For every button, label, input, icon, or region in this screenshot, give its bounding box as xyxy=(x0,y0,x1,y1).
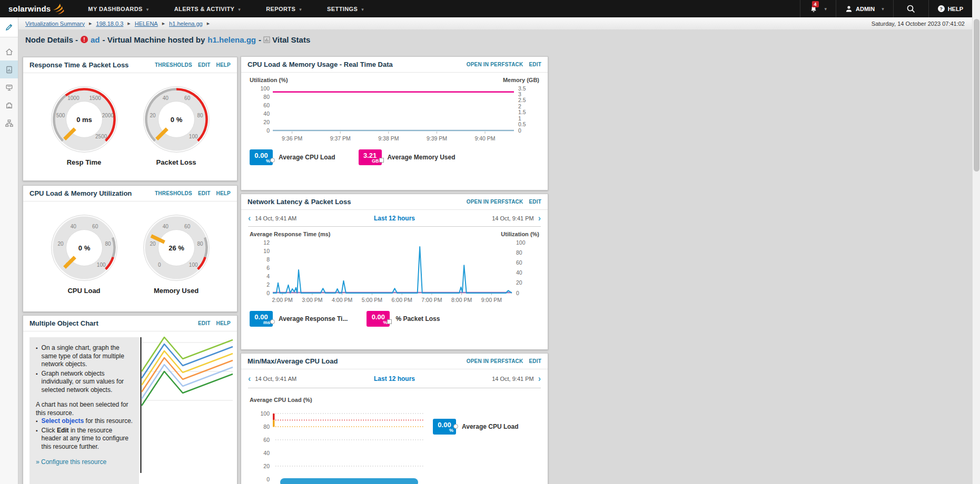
svg-text:3: 3 xyxy=(518,91,521,97)
help-bullet: Graph network objects individually, or s… xyxy=(42,370,133,395)
svg-text:9:00 PM: 9:00 PM xyxy=(481,297,502,303)
configure-resource-link[interactable]: » Configure this resource xyxy=(36,458,133,467)
open-in-perfstack-link[interactable]: OPEN IN PERFSTACK xyxy=(467,199,523,205)
main-menu: MY DASHBOARDS ALERTS & ACTIVITY REPORTS … xyxy=(88,6,364,12)
nav-reports[interactable]: REPORTS xyxy=(266,6,302,12)
legend-average-memory-used[interactable]: 3.21 GB Average Memory Used xyxy=(359,149,456,165)
title-prefix: Node Details - xyxy=(25,35,78,44)
host-link[interactable]: h1.helena.gg xyxy=(207,35,256,44)
edit-link[interactable]: EDIT xyxy=(529,358,541,364)
svg-text:2.5: 2.5 xyxy=(518,97,526,103)
left-sidebar xyxy=(0,17,18,484)
node-link[interactable]: ad xyxy=(91,35,100,44)
notifications-button[interactable]: 4 xyxy=(800,0,836,17)
help-link[interactable]: HELP xyxy=(216,62,231,68)
bullet-icon xyxy=(36,417,38,426)
help-button[interactable]: HELP xyxy=(928,0,972,17)
legend-average-response-time[interactable]: 0.00 ms Average Response Ti... xyxy=(250,311,348,327)
user-menu-button[interactable]: ADMIN xyxy=(836,0,893,17)
no-chart-note: A chart has not been selected for this r… xyxy=(36,401,133,417)
svg-text:20: 20 xyxy=(263,119,270,125)
help-link[interactable]: HELP xyxy=(216,320,231,326)
svg-text:20: 20 xyxy=(516,279,522,286)
vertical-scrollbar[interactable] xyxy=(972,0,980,484)
title-middle: - Virtual Machine hosted by xyxy=(103,35,205,44)
card-title: CPU Load & Memory Usage - Real Time Data xyxy=(248,60,393,68)
legend-packet-loss[interactable]: 0.00 % % Packet Loss xyxy=(367,311,440,327)
svg-text:8:00 PM: 8:00 PM xyxy=(451,297,472,303)
select-objects-link[interactable]: Select objects xyxy=(42,417,84,425)
pencil-icon xyxy=(5,23,14,32)
scrollbar-thumb[interactable] xyxy=(974,19,979,172)
svg-text:4: 4 xyxy=(266,273,270,279)
time-range-label[interactable]: Last 12 hours xyxy=(248,215,541,222)
edit-link[interactable]: EDIT xyxy=(198,62,211,68)
user-icon xyxy=(845,5,853,13)
svg-text:3:00 PM: 3:00 PM xyxy=(302,297,322,303)
right-axis-label: Utilization (%) xyxy=(501,231,539,237)
edit-link[interactable]: EDIT xyxy=(529,199,541,205)
nav-my-dashboards[interactable]: MY DASHBOARDS xyxy=(88,6,149,12)
legend-value: 0.00 xyxy=(372,314,385,320)
svg-text:2500: 2500 xyxy=(95,134,107,139)
legend-label: Average Response Ti... xyxy=(279,315,348,322)
svg-text:0: 0 xyxy=(266,127,270,134)
breadcrumb-separator xyxy=(207,22,210,26)
svg-text:0: 0 xyxy=(158,262,161,268)
svg-text:60: 60 xyxy=(184,224,191,229)
thresholds-link[interactable]: THRESHOLDS xyxy=(155,190,192,196)
edit-link[interactable]: EDIT xyxy=(198,190,211,196)
breadcrumb-virtualization-summary[interactable]: Virtualization Summary xyxy=(25,21,85,27)
sidebar-item-home[interactable] xyxy=(0,43,18,60)
sidebar-edit-page-button[interactable] xyxy=(0,17,18,37)
help-link[interactable]: HELP xyxy=(216,190,231,196)
legend-average-cpu-load[interactable]: 0.00 % Average CPU Load xyxy=(250,149,335,165)
solarwinds-logo[interactable]: solarwinds xyxy=(8,3,65,15)
legend-average-cpu-load[interactable]: 0.00 % Average CPU Load xyxy=(433,419,519,484)
sidebar-item-topology[interactable] xyxy=(0,114,18,132)
svg-text:7:00 PM: 7:00 PM xyxy=(421,297,442,303)
legend-label: % Packet Loss xyxy=(395,315,440,322)
svg-text:20: 20 xyxy=(57,241,64,247)
gauge-cpu-load: 0204060801000 % CPU Load xyxy=(51,214,118,295)
thresholds-link[interactable]: THRESHOLDS xyxy=(155,62,192,68)
svg-text:2:00 PM: 2:00 PM xyxy=(272,297,293,303)
nav-alerts-activity[interactable]: ALERTS & ACTIVITY xyxy=(174,6,241,12)
nav-settings[interactable]: SETTINGS xyxy=(327,6,364,12)
search-button[interactable] xyxy=(893,0,928,17)
gauge-memory-used: 02040608010026 % Memory Used xyxy=(143,214,210,295)
svg-text:20: 20 xyxy=(150,241,156,247)
breadcrumb-host[interactable]: h1.helena.gg xyxy=(169,21,203,27)
svg-text:4:00 PM: 4:00 PM xyxy=(332,297,352,303)
sidebar-item-interfaces[interactable] xyxy=(0,96,18,114)
open-in-perfstack-link[interactable]: OPEN IN PERFSTACK xyxy=(467,62,523,67)
legend-unit: ms xyxy=(263,320,270,325)
time-range-navigator: 14 Oct, 9:41 AM Last 12 hours 14 Oct, 9:… xyxy=(248,369,541,388)
sidebar-item-virtualization[interactable] xyxy=(0,78,18,96)
svg-text:100: 100 xyxy=(189,134,197,139)
legend-unit: GB xyxy=(372,159,379,164)
card-title: Multiple Object Chart xyxy=(29,319,98,327)
svg-text:12: 12 xyxy=(263,239,270,246)
time-range-label[interactable]: Last 12 hours xyxy=(248,375,541,382)
series-marker-square xyxy=(379,158,384,163)
svg-text:9:38 PM: 9:38 PM xyxy=(378,135,399,142)
edit-link[interactable]: EDIT xyxy=(198,320,211,326)
svg-text:60: 60 xyxy=(263,102,270,108)
svg-text:40: 40 xyxy=(263,110,270,117)
notification-count-badge: 4 xyxy=(812,1,819,7)
card-title: Response Time & Packet Loss xyxy=(29,61,128,69)
breadcrumb-cluster[interactable]: HELENA xyxy=(135,21,158,27)
port-icon xyxy=(5,101,14,110)
breadcrumb-separator xyxy=(127,22,130,26)
realtime-chart: 1008060402003.532.521.510.509:36 PM9:37 … xyxy=(241,83,548,145)
breadcrumb-separator xyxy=(162,22,165,26)
edit-link[interactable]: EDIT xyxy=(529,62,541,67)
breadcrumb-node-ip[interactable]: 198.18.0.3 xyxy=(96,21,123,27)
card-title: Min/Max/Average CPU Load xyxy=(248,357,338,365)
top-navigation-bar: solarwinds MY DASHBOARDS ALERTS & ACTIVI… xyxy=(0,0,980,17)
open-in-perfstack-link[interactable]: OPEN IN PERFSTACK xyxy=(467,358,523,364)
card-cpu-memory-utilization: CPU Load & Memory Utilization THRESHOLDS… xyxy=(23,185,237,312)
question-icon xyxy=(938,5,945,12)
sidebar-item-reports[interactable] xyxy=(0,60,18,78)
